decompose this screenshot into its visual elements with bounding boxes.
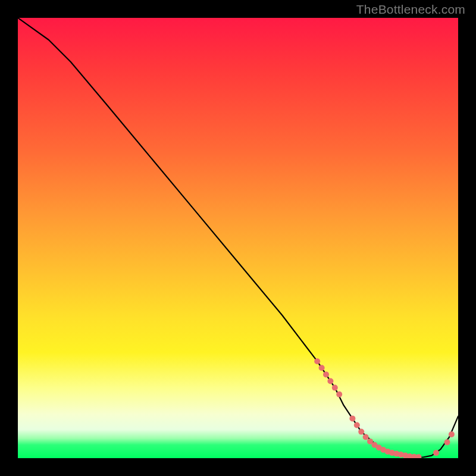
highlight-point	[444, 439, 450, 445]
highlight-point	[363, 434, 369, 440]
highlight-point	[389, 450, 395, 456]
highlight-point	[402, 453, 408, 458]
watermark-label: TheBottleneck.com	[356, 2, 465, 17]
highlight-point	[433, 450, 439, 456]
highlight-point	[354, 422, 360, 428]
highlight-point	[327, 378, 333, 384]
plot-area	[18, 18, 458, 458]
highlight-point	[314, 358, 320, 364]
chart-frame: TheBottleneck.com	[0, 0, 476, 476]
highlight-point	[371, 442, 377, 448]
highlight-point	[358, 429, 364, 435]
highlight-point	[319, 365, 325, 371]
highlight-point	[411, 454, 417, 458]
highlight-point	[332, 385, 338, 391]
highlight-point	[385, 449, 391, 455]
highlight-point	[336, 392, 342, 397]
marker-group	[314, 358, 455, 458]
highlight-point	[415, 454, 421, 458]
highlight-point	[376, 444, 382, 450]
highlight-point	[407, 453, 413, 458]
chart-svg	[18, 18, 458, 458]
highlight-point	[449, 431, 455, 437]
highlight-point	[323, 371, 329, 377]
highlight-point	[380, 447, 386, 453]
curve-path	[18, 18, 458, 458]
highlight-point	[393, 451, 399, 457]
highlight-point	[367, 439, 373, 444]
highlight-point	[349, 415, 355, 421]
highlight-point	[398, 452, 404, 458]
